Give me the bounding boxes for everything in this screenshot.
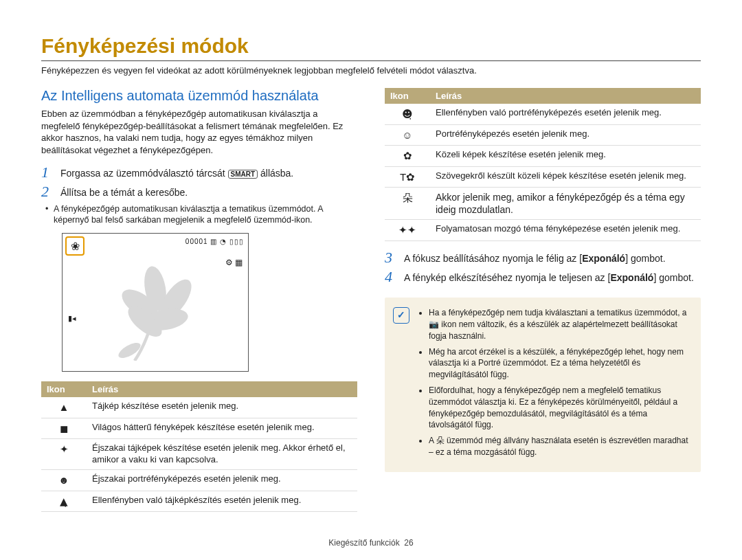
note-item: Még ha arcot érzékel is a készülék, a fé… [429,346,690,381]
row-desc: Tájkép készítése esetén jelenik meg. [87,397,357,418]
th-desc: Leírás [87,381,357,397]
row-desc: Éjszakai portréfényképezés esetén jeleni… [87,470,357,491]
divider [41,60,701,61]
row-icon: ◼ [41,418,87,439]
flower-graphic [104,258,207,361]
shot-status-icons: ▥ ◔ ▯▯▯ [210,238,244,245]
camera-screenshot: ❀ 00001 ▥ ◔ ▯▯▯ ⚙ ▦ ▮◂ [62,233,249,372]
row-icon: ✦ [41,439,87,470]
row-icon: ▲̣ [41,491,87,512]
footer-label: Kiegészítő funkciók [328,538,399,548]
row-desc: Portréfényképezés esetén jelenik meg. [430,124,701,146]
step-number-4: 4 [385,269,397,285]
row-desc: Ellenfényben való portréfényképezés eset… [430,104,701,124]
shot-counter: 00001 [186,238,208,245]
step4-post: ] gombot. [653,272,693,283]
shot-right-icons: ⚙ ▦ [225,257,243,269]
row-desc: Éjszakai tájképek készítése esetén jelen… [87,439,357,470]
note-item: Előfordulhat, hogy a fényképezőgép nem a… [429,385,690,431]
note-item: Ha a fényképezőgép nem tudja kiválasztan… [429,307,690,341]
row-icon: 朵 [385,188,430,220]
step4-pre: A fénykép elkészítéséhez nyomja le telje… [404,272,610,283]
note-icon: ✓ [393,307,409,324]
dial-icon: SMART [228,170,258,179]
row-icon: ☻̣ [385,104,430,124]
step1-pre: Forgassa az üzemmódválasztó tárcsát [60,168,228,179]
step-number-1: 1 [41,164,54,181]
row-icon: ☺ [385,124,430,146]
step-number-3: 3 [385,249,397,266]
step-number-2: 2 [41,183,54,200]
shot-top-icons: 00001 ▥ ◔ ▯▯▯ [186,238,244,245]
step1-post: állásba. [258,168,293,179]
footer-page: 26 [404,538,413,548]
section-heading: Az Intelligens automata üzemmód használa… [41,88,357,104]
intro-paragraph: Ebben az üzemmódban a fényképezőgép auto… [41,108,357,156]
tripod-icon: 朵 [436,436,445,445]
note-box: ✓ Ha a fényképezőgép nem tudja kiválaszt… [385,298,701,472]
row-desc: Világos hátterű fényképek készítése eset… [87,418,357,439]
row-desc: Szövegekről készült közeli képek készíté… [430,166,701,188]
row-icon: ☻ [41,470,87,491]
row-desc: Ellenfényben való tájképkészítés esetén … [87,491,357,512]
page-title: Fényképezési módok [41,34,701,58]
step3-pre: A fókusz beállításához nyomja le félig a… [404,253,582,264]
page-footer: Kiegészítő funkciók 26 [0,538,742,548]
step2-bullet: A fényképezőgép automatikusan kiválasztj… [54,203,357,227]
row-icon: ✦✦ [385,220,430,241]
camera-icon: 📷 [429,320,439,329]
row-icon: T✿ [385,166,430,188]
icon-table-left: Ikon Leírás ▲Tájkép készítése esetén jel… [41,381,357,512]
shot-left-icons: ▮◂ [68,314,76,323]
row-desc: Közeli képek készítése esetén jelenik me… [430,146,701,167]
step4-bold: Exponáló [610,272,653,283]
step3-post: ] gombot. [625,253,665,264]
row-icon: ✿ [385,146,430,167]
step2-text: Állítsa be a témát a keresőbe. [60,183,188,200]
row-icon: ▲ [41,397,87,418]
mode-badge-icon: ❀ [65,236,85,256]
row-desc: Akkor jelenik meg, amikor a fényképezőgé… [430,188,701,220]
page-subtitle: Fényképezzen és vegyen fel videókat az a… [41,65,701,76]
note-item: A 朵 üzemmód még állvány használata eseté… [429,435,690,458]
step3-bold: Exponáló [582,253,625,264]
svg-point-5 [116,340,143,361]
th-icon: Ikon [41,381,87,397]
icon-table-right: Ikon Leírás ☻̣Ellenfényben való portréfé… [385,88,701,241]
row-desc: Folyamatosan mozgó téma fényképezése ese… [430,220,701,241]
th-desc: Leírás [430,88,701,104]
th-icon: Ikon [385,88,430,104]
